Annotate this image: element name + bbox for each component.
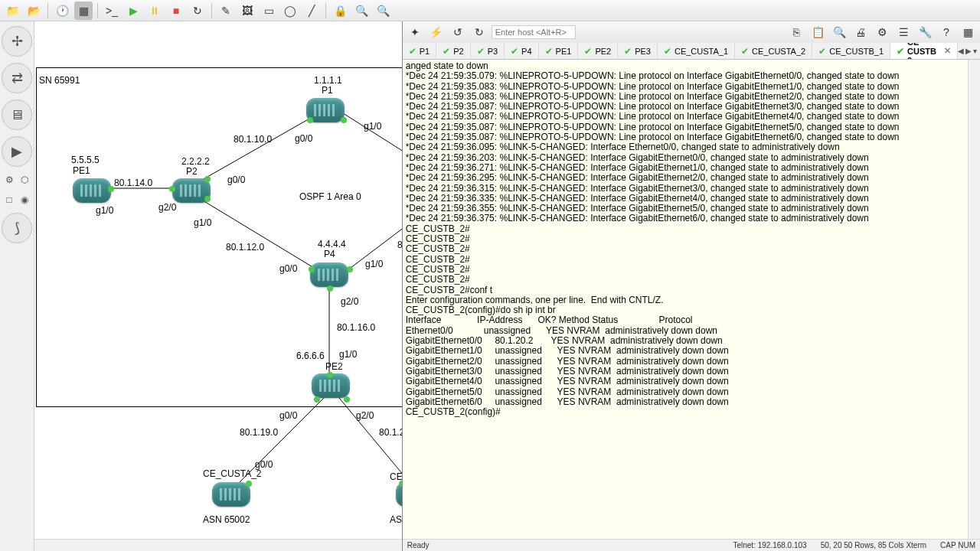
router-pe1[interactable] (73, 178, 111, 203)
p4-name: P4 (324, 249, 335, 259)
ca2-name: CE_CUSTA_2 (203, 468, 261, 479)
tab-pe3[interactable]: ✔PE3 (618, 43, 658, 60)
tab-p4[interactable]: ✔P4 (505, 43, 538, 60)
tab-p1[interactable]: ✔P1 (403, 43, 436, 60)
canvas-hscroll[interactable] (34, 539, 402, 551)
status-pos: 50, 20 50 Rows, 85 Cols Xterm (821, 541, 926, 549)
tab-prev-icon[interactable]: ◀ (958, 47, 964, 55)
tab-ce-custa-1[interactable]: ✔CE_CUSTA_1 (658, 43, 735, 60)
asn-top-label: SN 65991 (39, 75, 80, 86)
note-icon[interactable]: ✎ (217, 2, 235, 20)
lock-icon[interactable]: 🔒 (331, 2, 349, 20)
p2-ip: 2.2.2.2 (181, 156, 210, 167)
link-p2-p4: 80.1.12.0 (226, 242, 264, 253)
switch-device-icon[interactable]: ⇄ (2, 63, 32, 93)
if-pe2-g20: g2/0 (356, 410, 374, 421)
close-tab-icon[interactable]: ✕ (944, 46, 951, 56)
scrt-bolt-icon[interactable]: ⚡ (427, 23, 446, 41)
tab-status-icon: ✔ (511, 46, 518, 57)
scrt-launch-icon[interactable]: ✦ (406, 23, 424, 41)
host-input[interactable] (492, 25, 576, 39)
link-pe2-ca2: 80.1.19.0 (240, 427, 278, 438)
pc-device-icon[interactable]: 🖥 (2, 99, 32, 130)
router-ce-custa-2[interactable] (212, 482, 250, 507)
scrt-paste-icon[interactable]: 📋 (808, 23, 827, 41)
p1-ip: 1.1.1.1 (314, 75, 342, 86)
scrt-settings-icon[interactable]: ⚙ (873, 23, 891, 41)
tab-pe1[interactable]: ✔PE1 (539, 43, 579, 60)
zoom-in-icon[interactable]: 🔍 (352, 2, 371, 20)
topology-canvas[interactable]: SN 65991 1.1.1.1 P1 2.2.2.2 P2 3.3.3.3 P… (34, 21, 402, 551)
rect-icon[interactable]: ▭ (260, 2, 278, 20)
link-tool-icon[interactable]: ⟆ (2, 213, 32, 243)
misc4-icon[interactable]: ◉ (18, 193, 31, 207)
link-pe2-cb2: 80.1.20.0 (379, 427, 402, 438)
tab-p2[interactable]: ✔P2 (436, 43, 470, 60)
firewall-device-icon[interactable]: ▶ (2, 136, 32, 167)
scrt-disconnect-icon[interactable]: ↻ (470, 23, 488, 41)
secure-crt-toolbar: ✦ ⚡ ↺ ↻ ⎘ 📋 🔍 🖨 ⚙ ☰ 🔧 ? ▦ (403, 21, 980, 43)
p2-name: P2 (186, 166, 198, 177)
scrt-find-icon[interactable]: 🔍 (830, 23, 848, 41)
pause-icon[interactable]: ⏸ (145, 2, 164, 20)
tab-pe2[interactable]: ✔PE2 (578, 43, 618, 60)
p4-ip: 4.4.4.4 (318, 239, 346, 249)
tab-status-icon: ✔ (477, 46, 485, 57)
tab-status-icon: ✔ (624, 46, 632, 57)
reload-icon[interactable]: ↻ (188, 2, 207, 20)
status-bar: Ready Telnet: 192.168.0.103 50, 20 50 Ro… (403, 539, 980, 551)
misc2-icon[interactable]: ⬡ (18, 173, 31, 187)
pe2-ip: 6.6.6.6 (296, 350, 325, 361)
if-p1-g00: g0/0 (295, 133, 312, 144)
status-telnet: Telnet: 192.168.0.103 (733, 541, 806, 549)
if-pe2-g10: g1/0 (339, 349, 357, 360)
scrt-copy-icon[interactable]: ⎘ (787, 23, 805, 41)
link-p4-pe2: 80.1.16.0 (337, 322, 375, 333)
p1-name: P1 (322, 85, 333, 96)
open-project-icon[interactable]: 📂 (24, 2, 43, 20)
gns3-toolbar: 📁 📂 🕐 ▦ >_ ▶ ⏸ ■ ↻ ✎ 🖼 ▭ ◯ ╱ 🔒 🔍 🔍 (0, 0, 980, 21)
device-toolbar: ✢ ⇄ 🖥 ▶ ⚙ ⬡ □ ◉ ⟆ (0, 21, 34, 551)
scrt-reconnect-icon[interactable]: ↺ (449, 23, 467, 41)
ellipse-icon[interactable]: ◯ (281, 2, 299, 20)
tab-ce-custb-2[interactable]: ✔CE CUSTB 2✕ (890, 43, 958, 60)
console-icon[interactable]: >_ (103, 2, 121, 20)
clock-icon[interactable]: 🕐 (53, 2, 71, 20)
status-caps: CAP NUM (940, 541, 975, 549)
scrt-grid-icon[interactable]: ▦ (959, 23, 977, 41)
tab-menu-icon[interactable]: ▾ (973, 47, 977, 55)
image-icon[interactable]: 🖼 (238, 2, 256, 20)
scrt-sessions-icon[interactable]: ☰ (894, 23, 913, 41)
play-icon[interactable]: ▶ (124, 2, 142, 20)
tab-status-icon: ✔ (897, 46, 904, 57)
tab-p3[interactable]: ✔P3 (471, 43, 505, 60)
line-icon[interactable]: ╱ (302, 2, 321, 20)
scrt-filter-icon[interactable]: 🔧 (916, 23, 934, 41)
terminal-vscroll[interactable] (968, 60, 980, 539)
if-pe1-g10: g1/0 (96, 205, 113, 216)
tab-ce-custa-2[interactable]: ✔CE_CUSTA_2 (735, 43, 812, 60)
grid-icon[interactable]: ▦ (74, 2, 93, 20)
link-p2-p1: 80.1.10.0 (234, 134, 272, 145)
zoom-out-icon[interactable]: 🔍 (374, 2, 392, 20)
scrt-print-icon[interactable]: 🖨 (851, 23, 870, 41)
tab-ce-custb-1[interactable]: ✔CE_CUSTB_1 (812, 43, 890, 60)
misc3-icon[interactable]: □ (2, 193, 16, 207)
area-label: OSPF 1 Area 0 (299, 191, 361, 202)
stop-icon[interactable]: ■ (167, 2, 185, 20)
if-p4-g00: g0/0 (279, 263, 297, 274)
scrt-help-icon[interactable]: ? (937, 23, 956, 41)
if-ca2-g00: g0/0 (255, 459, 273, 470)
tab-status-icon: ✔ (818, 46, 826, 57)
new-project-icon[interactable]: 📁 (3, 2, 21, 20)
tab-next-icon[interactable]: ▶ (965, 47, 972, 55)
misc1-icon[interactable]: ⚙ (2, 173, 16, 187)
if-p4-g10: g1/0 (365, 259, 383, 269)
link-p3-p4: 80.1.13.0 (397, 240, 402, 250)
tab-status-icon: ✔ (545, 46, 553, 57)
router-p4[interactable] (310, 262, 348, 287)
router-device-icon[interactable]: ✢ (2, 26, 32, 57)
cb2-name: CE_CUSTB_2 (390, 471, 402, 482)
tab-status-icon: ✔ (741, 46, 749, 57)
terminal-output[interactable]: anged state to down *Dec 24 21:59:35.079… (403, 60, 980, 539)
